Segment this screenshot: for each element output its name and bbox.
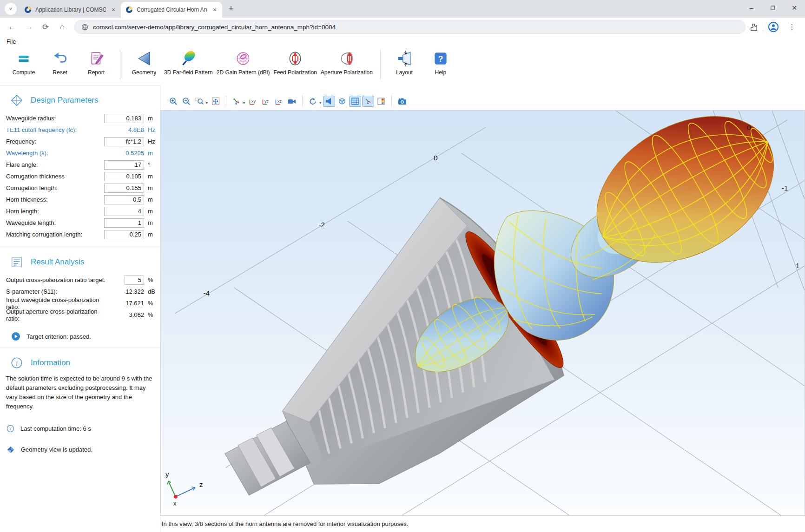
farfield-3d-button[interactable]: 3D Far-field Pattern (162, 47, 215, 77)
geometry-updated-icon (7, 446, 15, 454)
app-menubar: File (0, 36, 805, 47)
param-label: Matching corrugation length: (6, 231, 104, 238)
result-row: Input waveguide cross-polarization ratio… (6, 297, 160, 309)
close-button[interactable]: ✕ (784, 0, 805, 16)
window-controls: – ❐ ✕ (741, 0, 805, 16)
zoom-box-icon[interactable] (193, 96, 205, 107)
geometry-button[interactable]: Geometry (126, 47, 162, 77)
browser-tab-strip: ˅ Application Library | COMSOL S × Corru… (0, 0, 805, 18)
result-unit: % (148, 300, 160, 307)
forward-icon[interactable]: → (22, 20, 36, 34)
info-small-icon: i (7, 425, 14, 433)
param-row: Matching corrugation length:m (6, 229, 160, 240)
camera-view-icon[interactable] (286, 96, 298, 107)
result-label: Output aperture cross-polarization ratio… (6, 308, 99, 322)
tab-corrugated-horn[interactable]: Corrugated Circular Horn Anten × (121, 2, 222, 18)
corrugation-length-input[interactable] (104, 184, 144, 193)
gain-2d-icon (234, 49, 252, 68)
help-button[interactable]: ? Help (422, 47, 459, 77)
snapshot-camera-icon[interactable] (396, 96, 408, 107)
horn-length-input[interactable] (104, 207, 144, 216)
home-icon[interactable]: ⌂ (55, 20, 69, 34)
param-unit: m (148, 196, 160, 203)
tick-label: 1 (796, 262, 799, 269)
gain-2d-button[interactable]: 2D Gain Pattern (dBi) (215, 47, 272, 77)
zoom-box-dropdown-icon[interactable]: ▾ (206, 101, 208, 105)
tab-title: Application Library | COMSOL S (35, 7, 106, 13)
view-xz-icon[interactable]: xz (273, 96, 285, 107)
triad-z-label: z (199, 480, 203, 488)
param-unit: ° (148, 161, 160, 168)
view-yz-icon[interactable]: yz (260, 96, 272, 107)
param-label: Waveguide length: (6, 219, 104, 226)
result-unit: % (148, 276, 160, 283)
report-label: Report (88, 69, 105, 76)
tick-label: 0 (747, 124, 751, 131)
maximize-button[interactable]: ❐ (762, 0, 784, 16)
matching-corrugation-length-input[interactable] (104, 230, 144, 239)
settings-panel: Design Parameters Waveguide radius:m TE1… (0, 85, 160, 532)
3d-scene[interactable]: 0 -2 -4 0 -1 1 y z x (161, 111, 805, 515)
extensions-puzzle-icon[interactable] (749, 23, 758, 32)
report-button[interactable]: Report (78, 47, 114, 77)
flare-angle-input[interactable] (104, 160, 144, 170)
axis-orientation-toggle[interactable] (362, 96, 374, 107)
param-row: Corrugation length:m (6, 182, 160, 194)
tick-label: -1 (782, 184, 788, 192)
go-to-default-view-icon[interactable] (231, 96, 243, 107)
param-unit: m (148, 184, 160, 191)
compute-button[interactable]: Compute (6, 47, 42, 77)
coordinate-triad: y z x (165, 470, 203, 507)
zoom-extents-icon[interactable] (210, 96, 222, 107)
graphics-viewport[interactable]: 0 -2 -4 0 -1 1 y z x (160, 110, 805, 516)
target-criterion-status: Target criterion: passed. (11, 332, 160, 341)
zoom-in-icon[interactable] (167, 96, 179, 107)
waveguide-length-input[interactable] (104, 218, 144, 228)
tab-application-library[interactable]: Application Library | COMSOL S × (20, 2, 121, 18)
tick-label: 0 (434, 154, 437, 162)
geometry-updated-text: Geometry view is updated. (21, 446, 92, 453)
url-text[interactable]: comsol.com/server-demo/app/library_corru… (93, 24, 336, 31)
result-analysis-icon (10, 256, 23, 269)
reload-icon[interactable]: ⟳ (39, 20, 53, 34)
view-xy-icon[interactable]: xy (247, 96, 259, 107)
section-title: Information (31, 358, 70, 368)
tab-search-chevron-icon[interactable]: ˅ (5, 3, 17, 15)
information-body: The solution time is expected to be arou… (6, 374, 154, 412)
browser-menu-kebab-icon[interactable]: ⋮ (785, 20, 799, 34)
param-unit: m (148, 150, 160, 157)
corrugation-thickness-input[interactable] (104, 172, 144, 181)
design-parameters-icon (10, 94, 23, 107)
tab-close-icon[interactable]: × (211, 6, 218, 13)
waveguide-radius-input[interactable] (104, 114, 144, 123)
zoom-out-icon[interactable] (180, 96, 192, 107)
url-bar[interactable]: comsol.com/server-demo/app/library_corru… (74, 20, 746, 34)
reset-button[interactable]: Reset (42, 47, 78, 77)
result-row: S-parameter (S11):-12.322dB (6, 286, 160, 297)
minimize-button[interactable]: – (741, 0, 762, 16)
profile-avatar-icon[interactable] (768, 21, 779, 33)
layout-button[interactable]: Layout (386, 47, 422, 77)
default-view-dropdown-icon[interactable]: ▾ (243, 101, 245, 105)
transparency-toggle[interactable] (336, 96, 348, 107)
section-divider (0, 247, 160, 247)
back-icon[interactable]: ← (5, 20, 19, 34)
new-tab-button[interactable]: + (225, 3, 237, 15)
param-row: Frequency:Hz (6, 136, 160, 147)
grid-toggle[interactable] (349, 96, 361, 107)
aperture-polarization-button[interactable]: Aperture Polarization (319, 47, 375, 77)
param-row: Flare angle:° (6, 159, 160, 171)
file-menu[interactable]: File (7, 39, 16, 45)
rotate-icon[interactable] (307, 96, 319, 107)
color-legend-toggle[interactable] (375, 96, 387, 107)
feed-polarization-button[interactable]: Feed Polarization (271, 47, 318, 77)
rotate-dropdown-icon[interactable]: ▾ (319, 101, 321, 105)
scene-light-toggle[interactable] (323, 96, 335, 107)
cross-polarization-target-input[interactable] (125, 276, 144, 285)
section-title: Design Parameters (31, 96, 99, 105)
frequency-input[interactable] (104, 137, 144, 146)
horn-thickness-input[interactable] (104, 195, 144, 204)
aperture-polarization-icon (337, 49, 356, 68)
site-info-globe-icon[interactable] (81, 24, 88, 31)
tab-close-icon[interactable]: × (110, 6, 117, 13)
